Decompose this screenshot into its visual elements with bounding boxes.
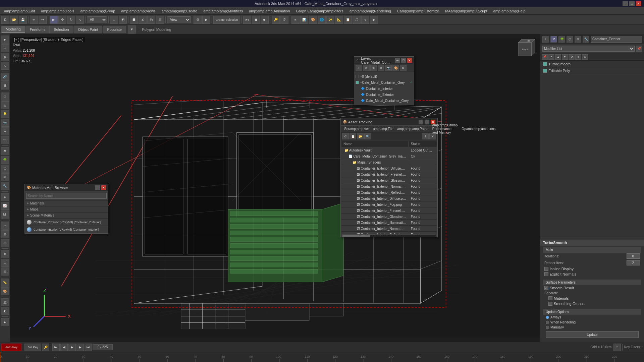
layer-cafe[interactable]: ≡ Cafe_Metal_Container_Grey ✓ bbox=[354, 79, 414, 85]
layer-settings-btn[interactable]: ⚙ bbox=[400, 65, 407, 71]
object-name-field[interactable] bbox=[591, 36, 642, 43]
save-button[interactable]: 💾 bbox=[19, 16, 27, 24]
time-config-button-2[interactable]: ⏱ bbox=[613, 344, 621, 351]
lt-schematic[interactable]: ◈ bbox=[1, 193, 9, 201]
key-filter-button[interactable]: 🔑 bbox=[42, 344, 49, 351]
layer-delete-btn[interactable]: ✕ bbox=[363, 65, 370, 71]
ram-player-button[interactable]: ▶ bbox=[370, 16, 378, 24]
lt-motion[interactable]: ⬡ bbox=[1, 165, 9, 173]
asset-row-int-diff[interactable]: 🖼 Container_Interior_Diffuse.png Found bbox=[341, 196, 437, 201]
set-key-button[interactable]: Set Key bbox=[24, 344, 41, 351]
lt-expand[interactable]: ▶ bbox=[1, 318, 9, 326]
prev-frame-button[interactable]: ⏮ bbox=[52, 344, 60, 351]
tab-freeform[interactable]: Freeform bbox=[25, 26, 49, 33]
mod-enable-check[interactable] bbox=[543, 62, 547, 66]
scale-button[interactable]: ⤡ bbox=[76, 16, 84, 24]
viewport-label-dropdown[interactable]: View bbox=[167, 16, 191, 23]
layer-interior[interactable]: 🔷 Container_Interior bbox=[354, 85, 414, 92]
lt-create-camera[interactable]: 📷 bbox=[1, 119, 9, 127]
asset-menu-options[interactable]: Opamp;amp;amp;tions bbox=[460, 127, 497, 131]
utilities-panel-btn[interactable]: 🔧 bbox=[583, 36, 589, 43]
lt-create-shape[interactable]: △ bbox=[1, 101, 9, 109]
lt-array[interactable]: ⊞ bbox=[1, 230, 9, 238]
collapse-all-btn[interactable]: ⊟ bbox=[582, 54, 588, 60]
asset-row-maps[interactable]: 📁 Maps / Shaders bbox=[341, 160, 437, 165]
percent-snap-button[interactable]: % bbox=[147, 16, 155, 24]
pin-mod-btn[interactable]: 📌 bbox=[542, 54, 548, 60]
batch-render-button[interactable]: 📋 bbox=[344, 16, 352, 24]
modifier-turbosm[interactable]: TurboSmooth bbox=[540, 61, 644, 67]
menu-graph-editors[interactable]: Graph Eamp;amp;amp;ditors bbox=[293, 8, 346, 14]
tab-selection[interactable]: Selection bbox=[49, 26, 73, 33]
asset-scrollbar[interactable] bbox=[342, 234, 436, 237]
layers-minimize-btn[interactable]: ─ bbox=[395, 58, 400, 63]
update-options-title[interactable]: Update Options bbox=[543, 309, 641, 315]
menu-modifiers[interactable]: amp;amp;amp;Modifiers bbox=[201, 8, 246, 14]
create-selection-btn[interactable]: Create Selection bbox=[213, 16, 240, 24]
asset-restore-btn[interactable]: □ bbox=[425, 120, 429, 124]
mat-exterior[interactable]: Container_Exterior (VRayMtl) [Container_… bbox=[25, 219, 108, 226]
modifier-list-dropdown[interactable]: Modifier List bbox=[542, 46, 635, 52]
mat-minimize-btn[interactable]: ─ bbox=[95, 185, 100, 190]
lt-display[interactable]: 👁 bbox=[1, 173, 9, 181]
mode-options-button[interactable]: ▼ bbox=[128, 25, 136, 34]
modifier-editpoly[interactable]: Editable Poly bbox=[540, 67, 644, 74]
iterations-input[interactable] bbox=[627, 253, 640, 259]
asset-row-fres[interactable]: 🖼 Container_Exterior_Fresnel.png Found bbox=[341, 172, 437, 177]
snap-toggle-button[interactable]: 🔲 bbox=[130, 16, 138, 24]
next-frame-button[interactable]: ⏭ bbox=[85, 344, 92, 351]
lt-dope-sheet[interactable]: 🎞 bbox=[1, 210, 9, 219]
new-button[interactable]: 🗋 bbox=[1, 16, 9, 24]
lt-scale[interactable]: ⤡ bbox=[1, 62, 9, 70]
menu-create[interactable]: amp;amp;amp;Create bbox=[159, 8, 200, 14]
display-panel-btn[interactable]: 👁 bbox=[575, 36, 581, 43]
explicit-normals-check[interactable] bbox=[544, 272, 548, 276]
asset-row-gloss[interactable]: 🖼 Container_Exterior_Glossiness.png Foun… bbox=[341, 178, 437, 183]
window-controls[interactable]: ─ □ ✕ bbox=[623, 1, 641, 6]
always-radio[interactable] bbox=[546, 316, 549, 319]
manually-radio[interactable] bbox=[546, 326, 549, 329]
mat-section-maps[interactable]: + Maps bbox=[25, 206, 108, 213]
layers-restore-btn[interactable]: □ bbox=[401, 58, 406, 63]
layers-close-btn[interactable]: ✕ bbox=[407, 58, 412, 63]
asset-row-refl[interactable]: 🖼 Container_Exterior_Reflect.png Found bbox=[341, 190, 437, 195]
menu-customize[interactable]: Camp;amp;amp;ustomize bbox=[394, 8, 442, 14]
pin-stack-btn[interactable]: 📌 bbox=[636, 46, 642, 52]
key-filters-label[interactable]: Key Filters... bbox=[624, 345, 643, 349]
play-anim-button[interactable]: ▶ bbox=[68, 344, 76, 351]
hierarchy-panel-btn[interactable]: 🌳 bbox=[558, 36, 565, 43]
layer-cafe2[interactable]: 🔷 Cafe_Metal_Container_Grey bbox=[354, 98, 414, 104]
asset-row-max[interactable]: 📄 Cafe_Metal_Container_Grey_max_vray.max… bbox=[341, 154, 437, 159]
asset-scroll-thumb[interactable] bbox=[342, 235, 370, 237]
lt-move[interactable]: ✛ bbox=[1, 44, 9, 52]
layers-panel-header[interactable]: 🗂 Layer: Cafe_Metal_Co... ─ □ ✕ bbox=[354, 57, 414, 64]
smoothing-groups-check[interactable] bbox=[548, 302, 552, 306]
asset-row-int-fres[interactable]: 🖼 Container_Interior_Fresnel.png Found bbox=[341, 208, 437, 214]
layer-freeze-btn[interactable]: ❄ bbox=[378, 65, 384, 71]
minimize-button[interactable]: ─ bbox=[623, 1, 628, 6]
render-effects-button[interactable]: ✨ bbox=[326, 16, 334, 24]
lt-hierarchy[interactable]: 🌳 bbox=[1, 156, 9, 164]
lt-align[interactable]: ⊟ bbox=[1, 239, 9, 247]
lt-utilities[interactable]: 🔧 bbox=[1, 182, 9, 190]
layer-hide-btn[interactable]: 👁 bbox=[370, 65, 377, 71]
mat-interior[interactable]: Container_Interior (VRayMtl) [Container_… bbox=[25, 226, 108, 233]
layer-render-btn[interactable]: 📷 bbox=[385, 65, 392, 71]
prev-key-button[interactable]: ◀ bbox=[60, 344, 68, 351]
spinner-snap-button[interactable]: ⊞ bbox=[156, 16, 164, 24]
lt-create-space-warp[interactable]: 〰 bbox=[1, 136, 9, 144]
layer-exterior[interactable]: 🔷 Container_Exterior bbox=[354, 92, 414, 98]
select-region-button[interactable]: □ bbox=[110, 16, 118, 24]
select-filter-dropdown[interactable]: All bbox=[87, 16, 107, 23]
menu-group[interactable]: amp;amp;amp;Group bbox=[77, 8, 118, 14]
layer-0-check[interactable] bbox=[356, 75, 359, 78]
next-key-button[interactable]: ▶ bbox=[76, 344, 84, 351]
menu-animation[interactable]: amp;amp;amp;Animation bbox=[246, 8, 292, 14]
asset-btn-help[interactable]: ? bbox=[422, 133, 429, 139]
asset-menu-file[interactable]: amp;amp;File bbox=[371, 127, 395, 131]
motion-panel-btn[interactable]: ⬡ bbox=[567, 36, 573, 43]
lt-unlink[interactable]: ⛓ bbox=[1, 81, 9, 89]
asset-row-norm[interactable]: 🖼 Container_Exterior_Normal.png Found bbox=[341, 184, 437, 189]
asset-menu-paths[interactable]: amp;amp;amp;Paths bbox=[395, 127, 430, 131]
render-setup-button[interactable]: ⚙ bbox=[194, 16, 202, 24]
